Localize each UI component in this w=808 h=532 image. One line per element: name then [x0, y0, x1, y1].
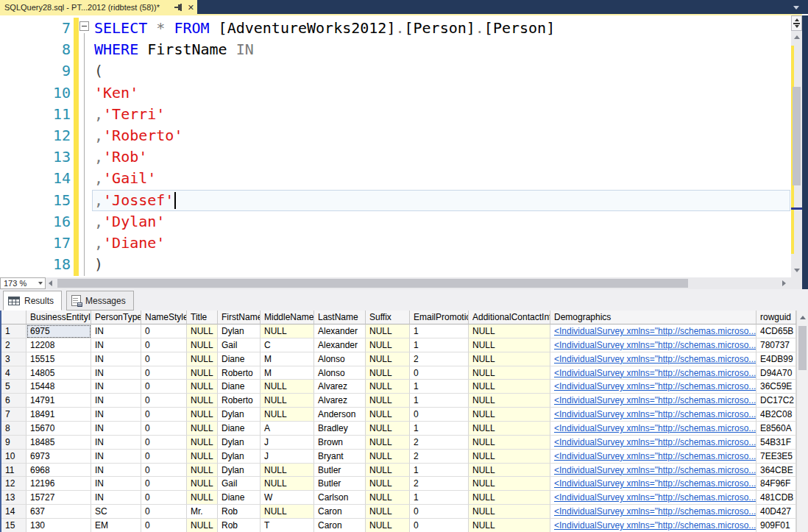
grid-cell[interactable]: 637 — [26, 505, 91, 519]
grid-cell[interactable]: NULL — [187, 338, 218, 352]
grid-cell[interactable]: 0 — [141, 338, 187, 352]
grid-cell[interactable]: J — [261, 436, 314, 450]
grid-cell[interactable]: 1 — [410, 338, 469, 352]
grid-corner-cell[interactable] — [1, 311, 26, 324]
grid-cell[interactable]: 0 — [141, 464, 187, 478]
grid-cell[interactable]: NULL — [187, 380, 218, 394]
demographics-xml-link[interactable]: <IndividualSurvey xmlns="http://schemas.… — [554, 395, 756, 405]
scroll-right-icon[interactable] — [782, 280, 786, 286]
grid-cell[interactable]: Butler — [314, 477, 366, 491]
grid-cell[interactable]: Alonso — [314, 366, 366, 380]
grid-cell[interactable]: IN — [91, 380, 141, 394]
grid-cell[interactable]: E4DB99 — [756, 352, 796, 366]
grid-cell[interactable]: NULL — [261, 408, 314, 422]
grid-cell[interactable]: 0 — [141, 491, 187, 505]
grid-cell[interactable]: NULL — [469, 450, 550, 464]
grid-cell[interactable]: 6968 — [26, 464, 91, 478]
grid-cell[interactable]: Mr. — [187, 505, 218, 519]
grid-cell[interactable]: NULL — [366, 394, 410, 408]
demographics-xml-link[interactable]: <IndividualSurvey xmlns="http://schemas.… — [554, 478, 756, 489]
grid-cell[interactable]: NULL — [366, 352, 410, 366]
grid-cell[interactable]: 36C59E — [756, 380, 796, 394]
scroll-up-icon[interactable] — [794, 35, 800, 39]
grid-cell[interactable]: 481CDB — [756, 491, 796, 505]
grid-cell[interactable]: NULL — [261, 324, 314, 338]
scroll-left-icon[interactable] — [49, 280, 52, 286]
grid-cell[interactable]: NULL — [469, 324, 550, 338]
grid-cell[interactable]: IN — [91, 450, 141, 464]
grid-cell[interactable]: NULL — [261, 505, 314, 519]
grid-cell[interactable]: 364CBE — [756, 464, 796, 478]
grid-cell[interactable]: IN — [91, 408, 141, 422]
grid-cell[interactable]: 0 — [141, 380, 187, 394]
grid-cell[interactable]: Alvarez — [314, 380, 366, 394]
grid-cell[interactable]: C — [261, 338, 314, 352]
grid-cell[interactable]: <IndividualSurvey xmlns="http://schemas.… — [550, 436, 756, 450]
grid-cell[interactable]: NULL — [187, 464, 218, 478]
grid-cell[interactable]: W — [261, 491, 314, 505]
grid-cell[interactable]: EM — [91, 519, 141, 532]
grid-cell[interactable]: 0 — [141, 519, 187, 532]
grid-cell[interactable]: IN — [91, 366, 141, 380]
grid-cell[interactable]: Brown — [314, 436, 366, 450]
grid-cell[interactable]: NULL — [469, 352, 550, 366]
grid-cell[interactable]: 780737 — [756, 338, 796, 352]
grid-cell[interactable]: Carlson — [314, 491, 366, 505]
grid-cell[interactable]: NULL — [469, 436, 550, 450]
grid-cell[interactable]: 0 — [141, 436, 187, 450]
row-number-cell[interactable]: 11 — [1, 464, 26, 478]
grid-cell[interactable]: 14791 — [26, 394, 91, 408]
grid-cell[interactable]: NULL — [469, 464, 550, 478]
editor-vertical-scrollbar[interactable] — [791, 15, 802, 277]
grid-cell[interactable]: IN — [91, 352, 141, 366]
sql-code-editor[interactable]: 789101112131415161718 SELECT * FROM [Adv… — [0, 15, 791, 277]
grid-cell[interactable]: NULL — [469, 519, 550, 532]
grid-cell[interactable]: 6973 — [26, 450, 91, 464]
grid-cell[interactable]: Rob — [218, 519, 261, 532]
grid-cell[interactable]: NULL — [187, 436, 218, 450]
row-number-cell[interactable]: 2 — [1, 338, 26, 352]
demographics-xml-link[interactable]: <IndividualSurvey xmlns="http://schemas.… — [554, 409, 756, 419]
tab-messages[interactable]: Messages — [66, 291, 134, 311]
grid-cell[interactable]: 1 — [410, 464, 469, 478]
row-number-cell[interactable]: 5 — [1, 380, 26, 394]
grid-cell[interactable]: IN — [91, 338, 141, 352]
grid-column-header[interactable]: EmailPromotion — [410, 311, 469, 324]
demographics-xml-link[interactable]: <IndividualSurvey xmlns="http://schemas.… — [554, 451, 756, 461]
grid-cell[interactable]: 15515 — [26, 352, 91, 366]
demographics-xml-link[interactable]: <IndividualSurvey xmlns="http://schemas.… — [554, 437, 756, 447]
grid-cell[interactable]: 0 — [410, 505, 469, 519]
demographics-xml-link[interactable]: <IndividualSurvey xmlns="http://schemas.… — [554, 326, 756, 336]
grid-cell[interactable]: A — [261, 422, 314, 436]
row-number-cell[interactable]: 1 — [1, 324, 26, 338]
grid-cell[interactable]: 1 — [410, 394, 469, 408]
grid-cell[interactable]: 0 — [141, 450, 187, 464]
grid-cell[interactable]: 0 — [410, 408, 469, 422]
grid-column-header[interactable]: LastName — [314, 311, 366, 324]
demographics-xml-link[interactable]: <IndividualSurvey xmlns="http://schemas.… — [554, 381, 756, 391]
row-number-cell[interactable]: 12 — [1, 477, 26, 491]
grid-cell[interactable]: D94A70 — [756, 366, 796, 380]
grid-cell[interactable]: Dylan — [218, 324, 261, 338]
grid-cell[interactable]: Alonso — [314, 352, 366, 366]
grid-cell[interactable]: NULL — [366, 464, 410, 478]
grid-cell[interactable]: IN — [91, 464, 141, 478]
grid-cell[interactable]: T — [261, 519, 314, 532]
grid-cell[interactable]: 14805 — [26, 366, 91, 380]
grid-cell[interactable]: NULL — [261, 380, 314, 394]
grid-cell[interactable]: <IndividualSurvey xmlns="http://schemas.… — [550, 338, 756, 352]
grid-cell[interactable]: Butler — [314, 464, 366, 478]
grid-cell[interactable]: Gail — [218, 477, 261, 491]
close-icon[interactable]: ✕ — [188, 3, 194, 12]
grid-cell[interactable]: SC — [91, 505, 141, 519]
grid-cell[interactable]: DC17C2 — [756, 394, 796, 408]
grid-cell[interactable]: NULL — [187, 450, 218, 464]
grid-cell[interactable]: 130 — [26, 519, 91, 532]
grid-cell[interactable]: IN — [91, 422, 141, 436]
tab-list-chevron-down-icon[interactable] — [793, 6, 799, 10]
grid-cell[interactable]: NULL — [261, 394, 314, 408]
grid-column-header[interactable]: AdditionalContactInfo — [469, 311, 550, 324]
grid-cell[interactable]: 2 — [410, 450, 469, 464]
grid-cell[interactable]: Dylan — [218, 450, 261, 464]
grid-cell[interactable]: NULL — [187, 352, 218, 366]
